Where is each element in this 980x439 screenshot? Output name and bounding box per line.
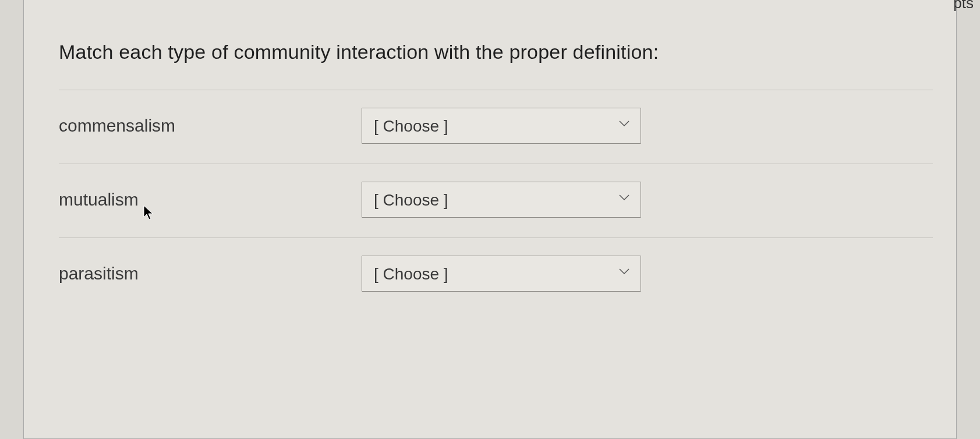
points-label: pts xyxy=(953,0,974,12)
match-select-wrap: [ Choose ] xyxy=(362,108,641,144)
match-row-commensalism: commensalism [ Choose ] xyxy=(59,90,933,164)
match-row-parasitism: parasitism [ Choose ] xyxy=(59,238,933,311)
match-label: parasitism xyxy=(59,264,362,284)
question-prompt: Match each type of community interaction… xyxy=(59,41,933,63)
match-select-wrap: [ Choose ] xyxy=(362,182,641,218)
match-select-commensalism[interactable]: [ Choose ] xyxy=(362,108,641,144)
question-body: Match each type of community interaction… xyxy=(24,0,956,335)
match-select-parasitism[interactable]: [ Choose ] xyxy=(362,256,641,292)
match-row-mutualism: mutualism [ Choose ] xyxy=(59,164,933,238)
match-label: mutualism xyxy=(59,190,362,210)
match-table: commensalism [ Choose ] mutualism [ Choo… xyxy=(59,90,933,311)
match-select-mutualism[interactable]: [ Choose ] xyxy=(362,182,641,218)
match-select-wrap: [ Choose ] xyxy=(362,256,641,292)
match-label: commensalism xyxy=(59,116,362,136)
question-container: pts Match each type of community interac… xyxy=(23,0,957,439)
